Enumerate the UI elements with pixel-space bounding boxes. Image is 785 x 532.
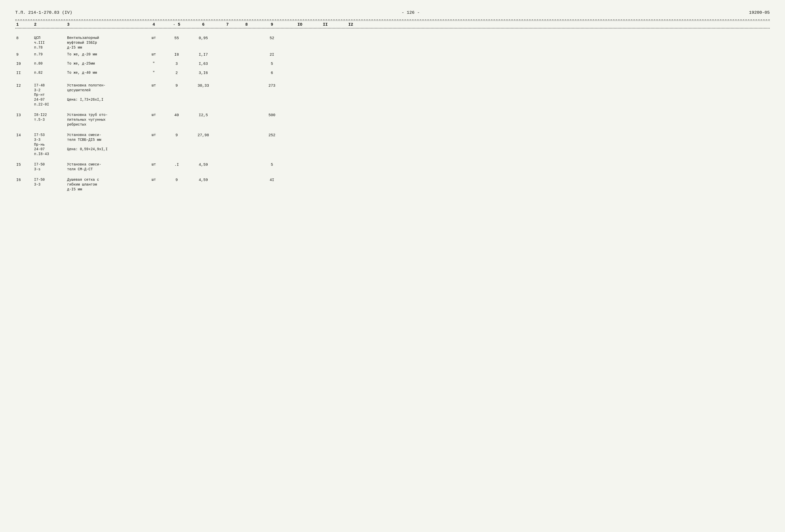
cell-row6-col2: I8-I22т.5-3 <box>33 112 66 122</box>
col-header-7: 7 <box>219 22 236 27</box>
cell-row4-col4: " <box>142 70 165 75</box>
cell-row5-col1: I2 <box>15 83 33 88</box>
table-row: 9п.79То же, д-20 ммштI8I,I72I <box>15 51 770 60</box>
header-center: - 126 - <box>402 10 420 15</box>
cell-row6-col9: 500 <box>257 112 287 118</box>
cell-row3-col2: п.80 <box>33 61 66 66</box>
cell-row1-col2: ЦСПч.IIIп.78 <box>33 35 66 50</box>
cell-row6-col5: 40 <box>165 112 188 118</box>
cell-row5-col6: 30,33 <box>188 83 219 88</box>
cell-row4-col1: II <box>15 70 33 76</box>
table-row: 8ЦСПч.IIIп.78Вентильзапорныймуфтовый I5Б… <box>15 34 770 51</box>
cell-row6-col6: I2,5 <box>188 112 219 118</box>
row-spacer <box>15 158 770 161</box>
cell-row6-col3: Установка труб ото-пительных чугунныхреб… <box>66 112 142 127</box>
cell-row9-col4: шт <box>142 177 165 182</box>
cell-row4-col5: 2 <box>165 70 188 76</box>
cell-row4-col9: 6 <box>257 70 287 76</box>
col-header-5: · 5 <box>165 22 188 27</box>
cell-row5-col9: 273 <box>257 83 287 88</box>
col-header-8: 8 <box>236 22 257 27</box>
cell-row9-col9: 4I <box>257 177 287 183</box>
cell-row5-col3: Установка полотен-цесушителейЦена: I,73+… <box>66 83 142 102</box>
cell-row9-col1: I6 <box>15 177 33 183</box>
top-divider <box>15 20 770 20</box>
cell-row1-col4: шт <box>142 35 165 41</box>
cell-row7-col2: I7-533-3Пр-нь24-07п.I8-43 <box>33 133 66 157</box>
header-left: Т.П. 214-1-270.83 (IV) <box>15 10 72 15</box>
cell-row8-col9: 5 <box>257 162 287 168</box>
cell-row9-col6: 4,59 <box>188 177 219 183</box>
column-headers: 1 2 3 4 · 5 6 7 8 9 IO II I2 <box>15 21 770 28</box>
row-spacer <box>15 128 770 132</box>
cell-row2-col5: I8 <box>165 52 188 57</box>
table-row: I2I7-483-2Пр-нт24-07п.22-0IУстановка пол… <box>15 82 770 108</box>
cell-row8-col2: I7-503-s <box>33 162 66 172</box>
cell-row7-col3: Установка смеси-теля ТСВБ-ДI5 ммЦена: 0,… <box>66 133 142 152</box>
cell-row3-col4: " <box>142 61 165 66</box>
cell-row3-col5: 3 <box>165 61 188 67</box>
row-spacer <box>15 79 770 82</box>
cell-row8-col4: шт <box>142 162 165 167</box>
cell-row9-col3: Душевая сетка сгибким шлангомд-I5 мм <box>66 177 142 192</box>
cell-row2-col2: п.79 <box>33 52 66 57</box>
cell-row1-col6: 0,95 <box>188 35 219 41</box>
cell-row9-col2: I7-503-3 <box>33 177 66 187</box>
cell-row4-col3: То же, д-40 мм <box>66 70 142 75</box>
cell-row1-col9: 52 <box>257 35 287 41</box>
cell-row5-col5: 9 <box>165 83 188 88</box>
cell-row2-col9: 2I <box>257 52 287 57</box>
row-spacer <box>15 173 770 176</box>
col-header-10: IO <box>287 22 312 27</box>
cell-row6-col1: I3 <box>15 112 33 118</box>
col-header-11: II <box>312 22 338 27</box>
page-header: Т.П. 214-1-270.83 (IV) - 126 - 19200-05 <box>15 10 770 15</box>
cell-row7-col1: I4 <box>15 133 33 138</box>
table-body: 8ЦСПч.IIIп.78Вентильзапорныймуфтовый I5Б… <box>15 31 770 193</box>
cell-row2-col4: шт <box>142 52 165 57</box>
cell-row2-col6: I,I7 <box>188 52 219 57</box>
cell-row3-col3: То же, д-25мм <box>66 61 142 66</box>
cell-row1-col5: 55 <box>165 35 188 41</box>
table-row: I0п.80То же, д-25мм"3I,635 <box>15 60 770 69</box>
col-header-9: 9 <box>257 22 287 27</box>
header-right: 19200-05 <box>749 10 770 15</box>
cell-row3-col6: I,63 <box>188 61 219 67</box>
cell-row8-col6: 4,59 <box>188 162 219 168</box>
cell-row2-col3: То же, д-20 мм <box>66 52 142 57</box>
cell-row8-col5: .I <box>165 162 188 168</box>
col-header-4: 4 <box>142 22 165 27</box>
cell-row4-col2: п.82 <box>33 70 66 75</box>
table-row: I3I8-I22т.5-3Установка труб ото-пительны… <box>15 111 770 128</box>
cell-row3-col1: I0 <box>15 61 33 67</box>
col-header-12: I2 <box>338 22 363 27</box>
col-header-6: 6 <box>188 22 219 27</box>
cell-row7-col4: шт <box>142 133 165 138</box>
cell-row1-col3: Вентильзапорныймуфтовый I5БIрд-I5 мм <box>66 35 142 50</box>
table-row: I4I7-533-3Пр-нь24-07п.I8-43Установка сме… <box>15 132 770 158</box>
table-row: I6I7-503-3Душевая сетка сгибким шлангомд… <box>15 176 770 193</box>
cell-row8-col3: Установка смеси-теля СМ-Д-СТ <box>66 162 142 172</box>
col-header-3: 3 <box>66 22 142 27</box>
cell-row7-col5: 9 <box>165 133 188 138</box>
cell-row7-col9: 252 <box>257 133 287 138</box>
cell-row1-col1: 8 <box>15 35 33 41</box>
cell-row3-col9: 5 <box>257 61 287 67</box>
cell-row9-col5: 9 <box>165 177 188 183</box>
col-header-2: 2 <box>33 22 66 27</box>
col-header-13 <box>363 22 379 27</box>
table-row: IIп.82То же, д-40 мм"23,I66 <box>15 69 770 79</box>
cell-row6-col4: шт <box>142 112 165 118</box>
cell-row5-col2: I7-483-2Пр-нт24-07п.22-0I <box>33 83 66 107</box>
table-row: I5I7-503-sУстановка смеси-теля СМ-Д-СТшт… <box>15 161 770 173</box>
cell-row5-col4: шт <box>142 83 165 88</box>
cell-row4-col6: 3,I6 <box>188 70 219 76</box>
col-header-1: 1 <box>15 22 33 27</box>
row-spacer <box>15 108 770 111</box>
cell-row7-col6: 27,98 <box>188 133 219 138</box>
cell-row2-col1: 9 <box>15 52 33 57</box>
row-spacer <box>15 31 770 34</box>
cell-row8-col1: I5 <box>15 162 33 168</box>
